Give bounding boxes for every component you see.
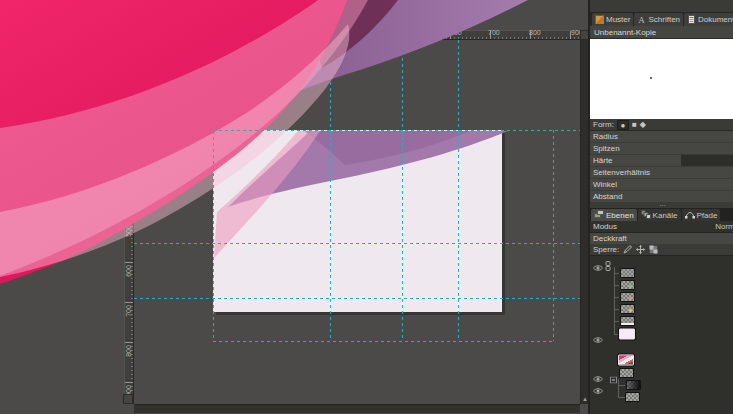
layer-tree-branch <box>614 291 619 298</box>
layer-thumbnail[interactable] <box>620 280 635 290</box>
layer-thumbnail[interactable] <box>619 368 634 378</box>
svg-text:A: A <box>639 15 646 24</box>
alpha-lock-icon[interactable] <box>649 245 658 254</box>
dock-tab-muster[interactable]: Muster <box>592 13 633 26</box>
dock-tab-bar: MusterASchriftenDokumentenindexPinsel <box>590 12 733 26</box>
dock-tab-label: Muster <box>606 15 630 24</box>
guide-vertical <box>458 40 459 131</box>
layer-thumb-speck <box>629 297 632 300</box>
layer-thumbnail[interactable] <box>618 354 634 365</box>
pattern-icon <box>595 15 604 24</box>
shape-square-button[interactable]: ■ <box>632 120 637 130</box>
gimp-window: ▲ MusterASchriftenDokumentenin <box>0 0 733 414</box>
canvas-grid-line-vertical <box>402 130 403 312</box>
ruler-label-x-700: 700 <box>488 29 500 37</box>
tab-label: Pfade <box>697 211 718 220</box>
move-lock-icon[interactable] <box>636 245 645 254</box>
layer-thumbnail[interactable] <box>619 328 635 339</box>
eye-icon[interactable] <box>593 381 603 389</box>
eye-icon[interactable] <box>593 369 603 377</box>
layer-tree-branch <box>614 315 619 322</box>
ruler-label-y-600: 600 <box>125 262 133 280</box>
shape-diamond-button[interactable]: ◆ <box>640 120 646 130</box>
layer-tree-branch <box>618 379 625 386</box>
ruler-label-x-800: 800 <box>529 29 541 37</box>
slider-label: Winkel <box>590 179 733 190</box>
slider-spitzen[interactable]: Spitzen <box>590 143 733 154</box>
layer-row[interactable] <box>590 256 733 267</box>
layer-row[interactable] <box>590 366 733 379</box>
dock-tab-dokumentenindex[interactable]: Dokumentenindex <box>684 13 733 26</box>
slider-seitenverhältnis[interactable]: Seitenverhältnis <box>590 167 733 178</box>
layer-row[interactable] <box>590 327 733 340</box>
eye-icon[interactable] <box>593 330 603 338</box>
tab-label: Kanäle <box>653 211 678 220</box>
brush-editor-title: Unbenannt-Kopie <box>590 26 733 39</box>
layer-tree-branch <box>614 279 619 286</box>
ruler-label-y-500: 500 <box>125 222 133 240</box>
channels-icon <box>641 210 651 221</box>
layers-list <box>590 256 733 414</box>
dock-tab-label: Schriften <box>648 15 680 24</box>
layer-tree-branch <box>618 391 625 398</box>
brush-form-row: Form: ● ■ ◆ <box>590 119 733 131</box>
fonts-icon: A <box>637 15 646 24</box>
opacity-slider[interactable]: Deckkraft <box>590 233 733 244</box>
minus-icon[interactable] <box>610 369 617 376</box>
slider-härte[interactable]: Härte <box>590 155 733 166</box>
eye-icon[interactable] <box>593 258 603 266</box>
layer-row[interactable] <box>590 279 733 291</box>
form-label: Form: <box>593 120 614 129</box>
layer-row[interactable] <box>590 353 733 366</box>
guide-vertical <box>330 40 331 131</box>
layer-thumbnail[interactable] <box>620 268 635 278</box>
brush-preview-dot <box>650 77 652 79</box>
quick-mask-button[interactable] <box>123 394 133 404</box>
layer-row[interactable] <box>590 303 733 315</box>
layer-thumbnail[interactable] <box>620 292 635 302</box>
layer-mode-row[interactable]: Modus Normal <box>590 221 733 233</box>
brush-preview <box>590 39 733 119</box>
tab-kanäle[interactable]: Kanäle <box>638 209 681 221</box>
lock-row: Sperre: <box>590 244 733 256</box>
dock-tab-label: Dokumentenindex <box>698 15 733 24</box>
ruler-horizontal[interactable] <box>134 30 580 40</box>
slider-winkel[interactable]: Winkel <box>590 179 733 190</box>
layer-thumbnail[interactable] <box>625 392 640 402</box>
brush-lock-icon[interactable] <box>623 245 632 254</box>
layer-thumbnail[interactable] <box>620 316 635 326</box>
layer-thumbnail[interactable] <box>626 380 641 390</box>
layers-icon <box>594 210 604 221</box>
layer-row[interactable] <box>590 291 733 303</box>
layer-row[interactable] <box>590 267 733 279</box>
layer-thumbnail[interactable] <box>620 304 635 314</box>
layers-list-gap <box>590 340 733 353</box>
horizontal-scrollbar[interactable] <box>134 404 580 413</box>
canvas-grid-line-vertical <box>458 130 459 312</box>
paths-icon <box>685 210 695 221</box>
layer-thumb-speck <box>629 285 632 288</box>
canvas-grid-line-vertical <box>330 130 331 312</box>
slider-radius[interactable]: Radius <box>590 131 733 142</box>
document-index-icon <box>687 15 696 24</box>
shape-circle-button[interactable]: ● <box>617 120 629 130</box>
right-dock: MusterASchriftenDokumentenindexPinsel Un… <box>588 0 733 414</box>
layer-row[interactable] <box>590 391 733 403</box>
tab-pfade[interactable]: Pfade <box>682 209 721 221</box>
slider-label: Radius <box>590 131 733 142</box>
layer-row[interactable] <box>590 379 733 391</box>
tab-label: Ebenen <box>606 211 634 220</box>
slider-label: Härte <box>590 155 733 166</box>
guide-vertical <box>553 130 554 341</box>
dock-top-strip <box>590 0 733 12</box>
slider-label: Seitenverhältnis <box>590 167 733 178</box>
layer-row[interactable] <box>590 315 733 327</box>
lock-label: Sperre: <box>593 245 619 254</box>
layer-tree-branch <box>614 267 619 274</box>
canvas-grid-line-horizontal <box>213 243 502 244</box>
mode-value[interactable]: Normal <box>715 221 733 233</box>
lock-icons <box>623 245 658 254</box>
link-icon[interactable] <box>605 257 611 267</box>
dock-tab-schriften[interactable]: ASchriften <box>634 13 683 26</box>
tab-ebenen[interactable]: Ebenen <box>591 209 637 221</box>
